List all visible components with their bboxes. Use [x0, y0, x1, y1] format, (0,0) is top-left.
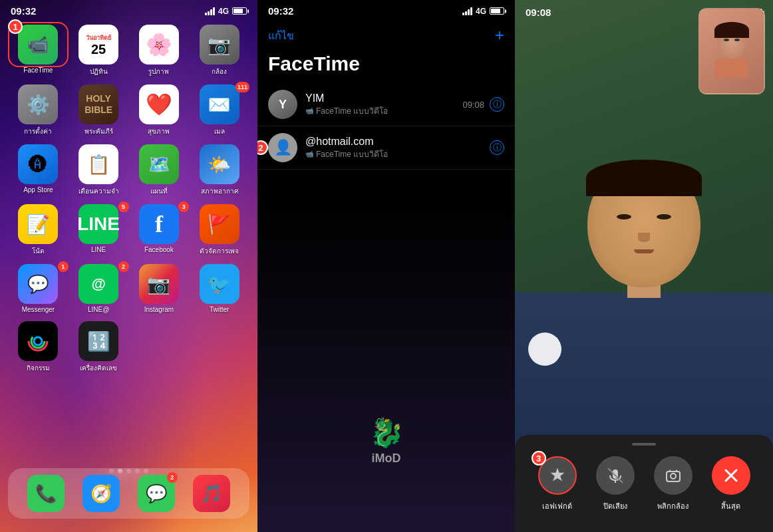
line-icon[interactable]: LINE — [78, 204, 118, 244]
capture-button[interactable] — [528, 332, 561, 366]
yim-info-btn[interactable]: ⓘ — [490, 97, 504, 112]
mute-button[interactable]: ปิดเสียง — [592, 456, 639, 512]
app-calculator[interactable]: 🔢 เครื่องคิดเลข — [71, 321, 126, 373]
appstore-icon[interactable]: 🅐 — [18, 144, 58, 184]
app-lineat[interactable]: @ 2 LINE@ — [71, 264, 126, 313]
app-settings[interactable]: ⚙️ การตั้งค่า — [11, 84, 66, 136]
app-weather[interactable]: 🌤️ สภาพอากาศ — [192, 144, 247, 196]
activity-icon[interactable] — [18, 321, 58, 361]
photos-label: รูปภาพ — [148, 66, 169, 76]
time-3: 09:08 — [526, 7, 551, 18]
imod-text: iMoD — [369, 452, 404, 466]
app-mail[interactable]: ✉️ 111 เมล — [192, 84, 247, 136]
app-messenger[interactable]: 💬 1 Messenger — [11, 264, 66, 313]
facetime-icon[interactable] — [18, 25, 58, 65]
app-activity[interactable]: กิจกรรม — [11, 321, 66, 373]
calendar-day: 25 — [86, 43, 111, 56]
calendar-label: ปฏิทิน — [90, 66, 108, 76]
mail-icon[interactable]: ✉️ — [200, 84, 239, 124]
screen2-blur-bg — [257, 200, 515, 532]
maps-icon[interactable]: 🗺️ — [139, 144, 179, 184]
app-appstore[interactable]: 🅐 App Store — [11, 144, 66, 196]
add-button[interactable]: + — [495, 26, 504, 45]
end-call-button[interactable]: สิ้นสุด — [708, 456, 754, 512]
lineat-icon[interactable]: @ — [78, 264, 118, 304]
health-icon[interactable]: ❤️ — [139, 84, 179, 124]
hotmail-info-btn[interactable]: ⓘ — [490, 140, 504, 155]
hotmail-info: @hotmail.com 📹 FaceTime แบบวิดีโอ — [305, 136, 490, 160]
dock-phone[interactable]: 📞 — [27, 475, 65, 512]
calendar-icon[interactable]: วันอาทิตย์ 25 — [78, 25, 118, 65]
facebook-label: Facebook — [144, 246, 174, 253]
dock-music[interactable]: 🎵 — [193, 475, 230, 512]
calculator-label: เครื่องคิดเลข — [80, 363, 117, 373]
reminder-label: เตือนความจำ — [78, 186, 119, 196]
self-video-person — [700, 9, 764, 93]
camera-icon[interactable]: 📷 — [200, 25, 239, 65]
app-twitter[interactable]: 🐦 Twitter — [192, 264, 247, 313]
phone-icon[interactable]: 📞 — [27, 475, 65, 512]
reminder-icon[interactable]: 📋 — [78, 144, 118, 184]
yim-avatar: Y — [268, 90, 297, 119]
bible-icon[interactable]: HOLYBIBLE — [78, 84, 118, 124]
messages-badge: 2 — [167, 472, 178, 483]
app-line[interactable]: LINE 5 LINE — [71, 204, 126, 256]
screen2-title: FaceTime — [257, 50, 515, 83]
facebook-icon[interactable]: f — [139, 204, 179, 244]
facetime-label: FaceTime — [23, 66, 53, 74]
health-label: สุขภาพ — [148, 126, 170, 136]
notes-icon[interactable]: 📝 — [18, 204, 58, 244]
ft-call-hotmail[interactable]: 2 👤 @hotmail.com 📹 FaceTime แบบวิดีโอ ⓘ — [257, 126, 515, 170]
hotmail-name: @hotmail.com — [305, 136, 490, 148]
flip-camera-icon[interactable] — [654, 456, 693, 495]
safari-icon[interactable]: 🧭 — [82, 475, 120, 512]
calendar-month: วันอาทิตย์ — [86, 33, 111, 43]
twitter-icon[interactable]: 🐦 — [200, 264, 239, 304]
flag-icon[interactable]: 🚩 — [200, 204, 239, 244]
messenger-icon[interactable]: 💬 — [18, 264, 58, 304]
weather-label: สภาพอากาศ — [201, 186, 238, 196]
dock-messages[interactable]: 💬 2 — [138, 475, 175, 512]
calculator-icon[interactable]: 🔢 — [78, 321, 118, 361]
music-icon[interactable]: 🎵 — [193, 475, 230, 512]
app-maps[interactable]: 🗺️ แผนที่ — [132, 144, 187, 196]
dock-safari[interactable]: 🧭 — [82, 475, 120, 512]
status-bar-1: 09:32 4G — [0, 0, 257, 19]
effects-button[interactable]: 3 เอฟเฟกต์ — [534, 456, 581, 512]
app-notes[interactable]: 📝 โน้ต — [11, 204, 66, 256]
flip-camera-button[interactable]: พลิกกล้อง — [650, 456, 696, 512]
app-pagemanager[interactable]: 🚩 ตัวจัดการเพจ — [192, 204, 247, 256]
app-photos[interactable]: 🌸 รูปภาพ — [132, 25, 187, 76]
app-reminder[interactable]: 📋 เตือนความจำ — [71, 144, 126, 196]
app-camera[interactable]: 📷 กล้อง — [192, 25, 247, 76]
yim-time: 09:08 — [462, 100, 484, 110]
line-badge: 5 — [118, 201, 129, 212]
step-badge-3: 3 — [532, 451, 546, 466]
signal-icon-1 — [205, 7, 215, 15]
camera-label: กล้อง — [212, 66, 227, 76]
controls-row: 3 เอฟเฟกต์ ปิดเสี — [515, 456, 773, 512]
instagram-icon[interactable]: 📷 — [139, 264, 179, 304]
mail-badge: 111 — [235, 82, 249, 92]
app-bible[interactable]: HOLYBIBLE พระคัมภีร์ — [71, 84, 126, 136]
app-calendar[interactable]: วันอาทิตย์ 25 ปฏิทิน — [71, 25, 126, 76]
app-facebook[interactable]: f 3 Facebook — [132, 204, 187, 256]
imod-logo: 🐉 iMoD — [369, 416, 404, 466]
self-video-thumbnail[interactable] — [698, 8, 765, 94]
maps-label: แผนที่ — [150, 186, 168, 196]
flip-camera-label: พลิกกล้อง — [657, 500, 689, 512]
ft-call-yim[interactable]: Y YIM 📹 FaceTime แบบวิดีโอ 09:08 ⓘ — [257, 83, 515, 126]
app-instagram[interactable]: 📷 Instagram — [132, 264, 187, 313]
weather-icon[interactable]: 🌤️ — [200, 144, 239, 184]
twitter-label: Twitter — [210, 306, 229, 313]
settings-icon[interactable]: ⚙️ — [18, 84, 58, 124]
lineat-label: LINE@ — [88, 306, 109, 313]
bible-label: พระคัมภีร์ — [84, 126, 113, 136]
end-call-icon[interactable] — [712, 456, 750, 495]
app-health[interactable]: ❤️ สุขภาพ — [132, 84, 187, 136]
mute-icon[interactable] — [596, 456, 635, 495]
back-button[interactable]: แก้ไข — [268, 27, 294, 44]
photos-icon[interactable]: 🌸 — [139, 25, 179, 65]
app-facetime[interactable]: 1 FaceTime — [11, 25, 66, 76]
svg-point-7 — [671, 473, 676, 479]
